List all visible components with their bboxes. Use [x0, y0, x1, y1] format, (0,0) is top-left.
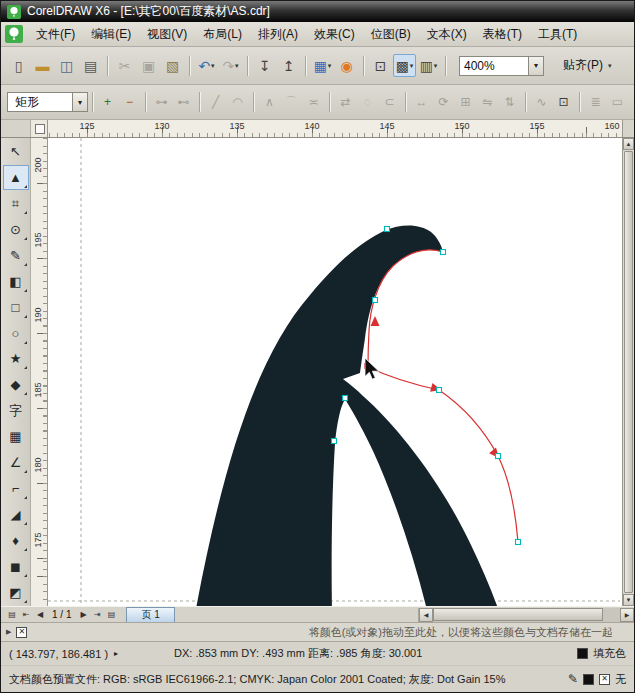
stretch-nodes-button[interactable]: ↔ [411, 92, 432, 113]
outline-color-swatch[interactable] [583, 674, 594, 685]
ruler-origin-button[interactable] [31, 120, 48, 137]
rotate-nodes-button[interactable]: ⟳ [433, 92, 454, 113]
preset-combo[interactable]: 矩形 ▾ [7, 92, 88, 112]
horizontal-ruler[interactable]: 125130135140145150155160 [48, 120, 622, 137]
cusp-node-button[interactable]: ∧ [259, 92, 280, 113]
color-eyedropper-tool[interactable]: ◢ [3, 502, 29, 527]
reflect-horizontal-button[interactable]: ⇋ [477, 92, 498, 113]
reflect-vertical-button[interactable]: ⇅ [499, 92, 520, 113]
connector-tool[interactable]: ⌐ [3, 476, 29, 501]
redo-button[interactable]: ↷▾ [219, 54, 242, 77]
status-expander-icon[interactable]: ▸ [114, 649, 118, 658]
add-node-button[interactable]: + [97, 92, 118, 113]
convert-to-curve-button[interactable]: ◠ [227, 92, 248, 113]
no-outline-swatch[interactable]: ✕ [599, 674, 610, 685]
reverse-direction-button[interactable]: ⇄ [335, 92, 356, 113]
vertical-ruler[interactable]: 200195190185180175170 [31, 138, 48, 606]
close-curve-button[interactable]: ◌ [357, 92, 378, 113]
menu-table[interactable]: 表格(T) [475, 23, 530, 46]
delete-node-button[interactable]: − [119, 92, 140, 113]
scroll-left-button[interactable]: ◀ [419, 608, 433, 622]
full-screen-preview-button[interactable]: ⊡ [369, 54, 392, 77]
basic-shapes-tool[interactable]: ◆ [3, 372, 29, 397]
vertical-scroll-thumb[interactable] [624, 151, 633, 593]
palette-flyout-icon[interactable]: ▶ [6, 628, 11, 636]
snap-to-button[interactable]: 贴齐(P)▾ [557, 55, 618, 76]
dimension-tool[interactable]: ∠ [3, 450, 29, 475]
add-page-button[interactable]: ▤ [104, 608, 118, 621]
menu-view[interactable]: 视图(V) [139, 23, 195, 46]
chevron-down-icon[interactable]: ▾ [72, 93, 87, 111]
polygon-tool[interactable]: ★ [3, 347, 29, 372]
horizontal-scroll-thumb[interactable] [433, 608, 603, 621]
save-button[interactable]: ◫ [55, 54, 78, 77]
fill-tool[interactable]: ◼ [3, 554, 29, 579]
extract-subpath-button[interactable]: ⊂ [379, 92, 400, 113]
shape-tool[interactable]: ▲ [3, 165, 29, 190]
edited-shape[interactable] [195, 225, 500, 606]
break-curve-button[interactable]: ⊷ [173, 92, 194, 113]
outline-pen-tool[interactable]: ♦ [3, 528, 29, 553]
curve-node[interactable] [332, 439, 337, 444]
curve-node[interactable] [437, 388, 442, 393]
text-tool[interactable]: 字 [3, 398, 29, 423]
convert-to-line-button[interactable]: ╱ [205, 92, 226, 113]
curve-node[interactable] [441, 250, 446, 255]
join-nodes-button[interactable]: ⊶ [151, 92, 172, 113]
last-page-button[interactable]: ⇥ [90, 608, 104, 621]
application-launcher-button[interactable]: ▦▾ [311, 54, 334, 77]
title-bar[interactable]: CorelDRAW X6 - [E:\其它00\百度素材\AS.cdr] [1, 1, 634, 22]
menu-effects[interactable]: 效果(C) [306, 23, 363, 46]
curve-node[interactable] [343, 396, 348, 401]
menu-edit[interactable]: 编辑(E) [83, 23, 139, 46]
no-color-swatch[interactable]: ✕ [16, 627, 27, 638]
ellipse-tool[interactable]: ○ [3, 321, 29, 346]
paste-button[interactable]: ▧ [161, 54, 184, 77]
chevron-down-icon[interactable]: ▾ [528, 57, 543, 75]
cut-button[interactable]: ✂ [113, 54, 136, 77]
curve-node[interactable] [516, 540, 521, 545]
reduce-nodes-button[interactable]: ≣ [585, 92, 606, 113]
scroll-right-button[interactable]: ▶ [620, 608, 634, 622]
copy-button[interactable]: ▣ [137, 54, 160, 77]
first-page-button[interactable]: ⇤ [19, 608, 33, 621]
drawing-canvas[interactable] [48, 138, 622, 606]
vertical-scrollbar[interactable]: ▲ ▼ [622, 138, 634, 606]
menu-tools[interactable]: 工具(T) [530, 23, 585, 46]
menu-arrange[interactable]: 排列(A) [250, 23, 306, 46]
curve-node[interactable] [496, 454, 501, 459]
menu-file[interactable]: 文件(F) [28, 23, 83, 46]
menu-bitmaps[interactable]: 位图(B) [363, 23, 419, 46]
curve-smoothness-button[interactable]: ▭ [607, 92, 628, 113]
menu-text[interactable]: 文本(X) [419, 23, 475, 46]
curve-node[interactable] [385, 227, 390, 232]
import-button[interactable]: ↧ [253, 54, 276, 77]
page-tab[interactable]: 页 1 [126, 607, 174, 622]
zoom-tool[interactable]: ⊙ [3, 217, 29, 242]
rectangle-tool[interactable]: □ [3, 295, 29, 320]
dockers-button[interactable]: ▥▾ [417, 54, 440, 77]
control-arrow-up[interactable] [371, 316, 380, 326]
next-page-button[interactable]: ▶ [76, 608, 90, 621]
interactive-fill-tool[interactable]: ◩ [3, 580, 29, 605]
new-document-button[interactable]: ▯ [7, 54, 30, 77]
crop-tool[interactable]: ⌗ [3, 191, 29, 216]
open-button[interactable]: ▬ [31, 54, 54, 77]
symmetrical-node-button[interactable]: ≍ [303, 92, 324, 113]
print-button[interactable]: ▤ [79, 54, 102, 77]
pick-tool[interactable]: ↖ [3, 139, 29, 164]
curve-node[interactable] [373, 298, 378, 303]
scroll-up-button[interactable]: ▲ [623, 138, 634, 150]
zoom-level-combo[interactable]: ▾ [459, 56, 544, 76]
zoom-level-input[interactable] [460, 59, 528, 73]
corel-connect-button[interactable]: ◉ [335, 54, 358, 77]
select-all-nodes-button[interactable]: ⊡ [553, 92, 574, 113]
freehand-tool[interactable]: ✎ [3, 243, 29, 268]
undo-button[interactable]: ↶▾ [195, 54, 218, 77]
previous-page-button[interactable]: ◀ [33, 608, 47, 621]
horizontal-scrollbar[interactable]: ◀ ▶ [418, 608, 634, 622]
fill-color-swatch[interactable] [577, 648, 588, 659]
elastic-mode-button[interactable]: ∿ [531, 92, 552, 113]
menu-layout[interactable]: 布局(L) [195, 23, 250, 46]
smart-fill-tool[interactable]: ◧ [3, 269, 29, 294]
